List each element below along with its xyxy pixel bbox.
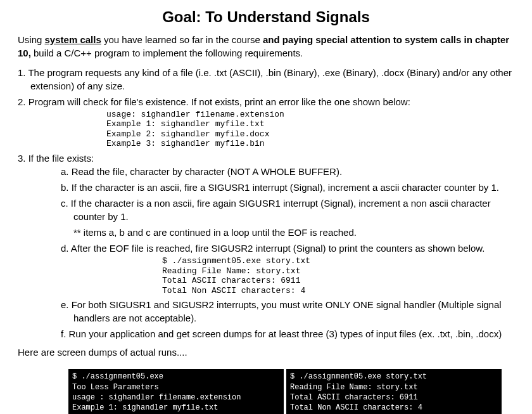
sub-b: If the character is an ascii, fire a SIG… — [61, 181, 514, 194]
requirement-1-text: The program requests any kind of a file … — [28, 67, 512, 91]
terminal-top-left: $ ./assignment05.exe Too Less Parameters… — [68, 369, 284, 414]
page-title: Goal: To Understand Signals — [18, 6, 514, 28]
requirements-list: The program requests any kind of a file … — [18, 66, 514, 341]
sub-b-text: If the character is an ascii, fire a SIG… — [72, 182, 499, 193]
sub-d: After the EOF file is reached, fire SIGU… — [61, 242, 514, 295]
terminal-screenshots: $ ./assignment05.exe Too Less Parameters… — [18, 369, 514, 414]
requirement-1: The program requests any kind of a file … — [18, 66, 514, 93]
sub-a-text: Read the file, character by character (N… — [72, 166, 342, 177]
sub-requirements-list-2: After the EOF file is reached, fire SIGU… — [30, 242, 514, 340]
requirement-3-text: If the file exists: — [28, 153, 94, 164]
sub-requirements-list: Read the file, character by character (N… — [30, 165, 514, 223]
sub-f: Run your application and get screen dump… — [61, 327, 514, 340]
usage-code-block: usage: sighandler filename.extension Exa… — [30, 110, 514, 149]
output-code-block: $ ./assignment05.exe story.txt Reading F… — [73, 256, 514, 295]
sub-e-text: For both SIGUSR1 and SIGUSR2 interrupts,… — [72, 299, 502, 323]
terminal-top-right: $ ./assignment05.exe story.txt Reading F… — [286, 369, 502, 414]
intro-text-1: Using — [18, 34, 45, 45]
intro-bold-underline: system calls — [45, 34, 101, 45]
intro-paragraph: Using system calls you have learned so f… — [18, 33, 514, 60]
requirement-3: If the file exists: Read the file, chara… — [18, 152, 514, 340]
sub-c: If the character is a non ascii, fire ag… — [61, 197, 514, 223]
sub-f-text: Run your application and get screen dump… — [69, 328, 502, 339]
sub-a: Read the file, character by character (N… — [61, 165, 514, 178]
intro-text-2: you have learned so far in the course — [101, 34, 263, 45]
screendumps-intro: Here are screen dumps of actual runs.... — [18, 346, 514, 359]
intro-text-3: build a C/C++ program to implement the f… — [31, 48, 303, 58]
requirement-2-text: Program will check for file's existence.… — [28, 96, 410, 107]
sub-e: For both SIGUSR1 and SIGUSR2 interrupts,… — [61, 298, 514, 325]
sub-d-text: After the EOF file is reached, fire SIGU… — [71, 243, 485, 254]
loop-note: ** items a, b and c are continued in a l… — [30, 226, 514, 239]
requirement-2: Program will check for file's existence.… — [18, 95, 514, 149]
sub-c-text: If the character is a non ascii, fire ag… — [71, 198, 491, 222]
